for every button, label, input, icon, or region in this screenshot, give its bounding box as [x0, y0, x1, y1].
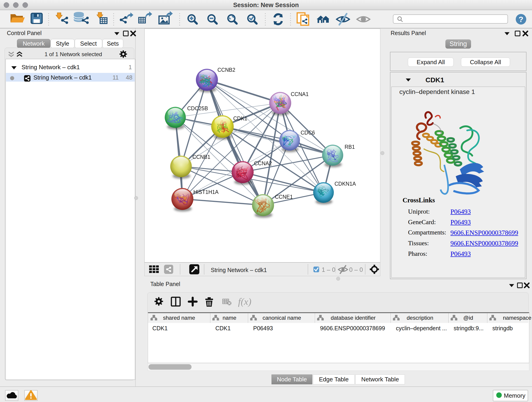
svg-text:f(x): f(x): [238, 296, 251, 307]
svg-text:1 – 0: 1 – 0: [322, 266, 336, 273]
svg-text:0 – 0: 0 – 0: [349, 266, 363, 273]
